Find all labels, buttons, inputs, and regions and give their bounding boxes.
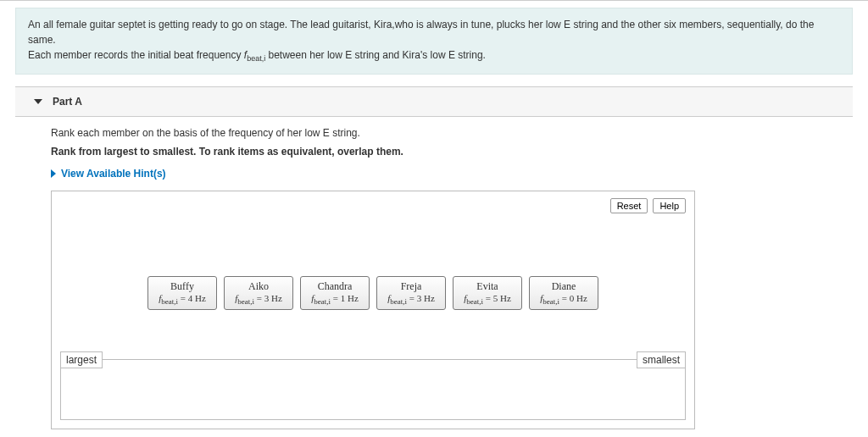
view-hints-link[interactable]: View Available Hint(s) bbox=[51, 168, 166, 180]
intro-line2-before: Each member records the initial beat fre… bbox=[28, 49, 244, 61]
rank-items-pool: Buffy fbeat,i = 4 Hz Aiko fbeat,i = 3 Hz… bbox=[60, 276, 686, 310]
intro-line2-after: between her low E string and Kira's low … bbox=[265, 49, 486, 61]
hints-label: View Available Hint(s) bbox=[61, 168, 166, 180]
chip-value: fbeat,i = 3 Hz bbox=[382, 293, 440, 306]
rank-item-evita[interactable]: Evita fbeat,i = 5 Hz bbox=[453, 276, 522, 310]
rank-item-diane[interactable]: Diane fbeat,i = 0 Hz bbox=[529, 276, 598, 310]
instruction-line2: Rank from largest to smallest. To rank i… bbox=[51, 146, 834, 158]
rank-item-aiko[interactable]: Aiko fbeat,i = 3 Hz bbox=[224, 276, 293, 310]
part-header[interactable]: Part A bbox=[15, 86, 853, 117]
chip-name: Diane bbox=[535, 280, 593, 293]
intro-line1: An all female guitar septet is getting r… bbox=[28, 19, 814, 46]
chip-value: fbeat,i = 3 Hz bbox=[230, 293, 287, 306]
ranking-drop-zone[interactable]: largest smallest bbox=[60, 359, 686, 420]
chip-value: fbeat,i = 5 Hz bbox=[459, 293, 516, 306]
ranking-workspace: Reset Help Buffy fbeat,i = 4 Hz Aiko fbe… bbox=[51, 191, 695, 429]
instruction-line1: Rank each member on the basis of the fre… bbox=[51, 127, 834, 139]
rank-item-buffy[interactable]: Buffy fbeat,i = 4 Hz bbox=[147, 276, 217, 310]
intro-var-sub: beat,i bbox=[247, 54, 265, 63]
part-title: Part A bbox=[53, 96, 82, 108]
chip-name: Freja bbox=[382, 280, 440, 293]
help-button[interactable]: Help bbox=[653, 198, 686, 213]
chip-value: fbeat,i = 0 Hz bbox=[535, 293, 593, 306]
chip-name: Buffy bbox=[153, 280, 211, 293]
chip-name: Aiko bbox=[230, 280, 287, 293]
rank-end-largest: largest bbox=[60, 351, 103, 368]
chip-name: Evita bbox=[459, 280, 516, 293]
rank-item-freja[interactable]: Freja fbeat,i = 3 Hz bbox=[376, 276, 446, 310]
drop-zone-left[interactable] bbox=[61, 360, 373, 419]
chip-value: fbeat,i = 1 Hz bbox=[306, 293, 364, 306]
chip-name: Chandra bbox=[306, 280, 364, 293]
problem-intro: An all female guitar septet is getting r… bbox=[15, 8, 853, 75]
rank-end-smallest: smallest bbox=[637, 351, 686, 368]
top-divider bbox=[0, 0, 868, 1]
drop-zone-right[interactable] bbox=[373, 360, 685, 419]
caret-right-icon bbox=[51, 169, 56, 178]
caret-down-icon bbox=[34, 99, 42, 104]
rank-item-chandra[interactable]: Chandra fbeat,i = 1 Hz bbox=[300, 276, 370, 310]
reset-button[interactable]: Reset bbox=[610, 198, 648, 213]
chip-value: fbeat,i = 4 Hz bbox=[153, 293, 211, 306]
